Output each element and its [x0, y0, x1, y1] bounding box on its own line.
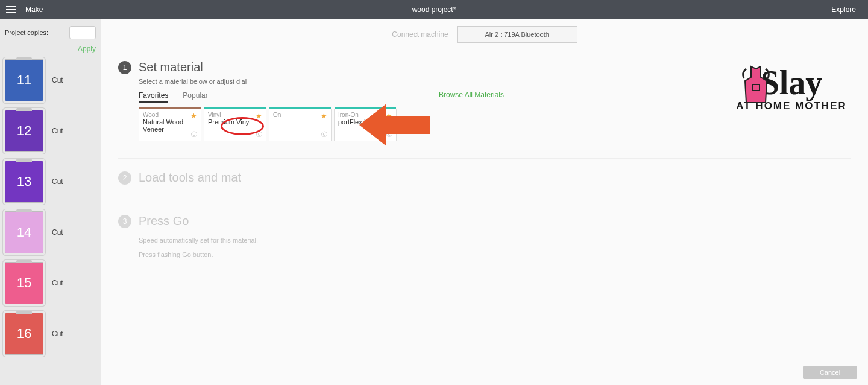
info-icon[interactable]: ⓒ	[321, 130, 327, 139]
material-category: Iron-On	[338, 112, 392, 118]
step-number-badge: 2	[118, 171, 131, 185]
info-icon[interactable]: ⓒ	[191, 130, 197, 139]
mat-thumbnail[interactable]: 13	[5, 161, 43, 203]
step-number-badge: 1	[118, 61, 131, 74]
connect-machine-label: Connect machine	[392, 30, 448, 39]
material-category: Wood	[143, 112, 197, 118]
material-name: portFlex Iron-On	[338, 118, 392, 126]
mat-action-label: Cut	[52, 127, 63, 135]
material-category: On	[273, 112, 327, 118]
step3-line1: Speed automatically set for this materia…	[139, 233, 851, 247]
mat-action-label: Cut	[52, 228, 63, 237]
project-copies-input[interactable]	[69, 26, 96, 39]
mat-thumbnail[interactable]: 11	[5, 59, 43, 101]
info-icon[interactable]: ⓒ	[256, 130, 262, 139]
mat-thumbnail[interactable]: 16	[5, 313, 43, 355]
mat-row[interactable]: 14 Cut	[5, 211, 96, 253]
machine-row: Connect machine Air 2 : 719A Bluetooth	[101, 19, 868, 49]
step-subtitle: Select a material below or adjust dial	[139, 78, 851, 85]
step-3: 3 Press Go Speed automatically set for t…	[118, 214, 851, 262]
material-name: Premium Vinyl	[208, 118, 262, 126]
info-icon[interactable]: ⓒ	[386, 130, 392, 139]
mat-row[interactable]: 12 Cut	[5, 110, 96, 152]
step-2: 2 Load tools and mat	[118, 171, 851, 185]
main: Connect machine Air 2 : 719A Bluetooth 1…	[101, 19, 868, 385]
mat-row[interactable]: 11 Cut	[5, 59, 96, 101]
tab-popular[interactable]: Popular	[183, 91, 207, 103]
material-category: Vinyl	[208, 112, 262, 118]
material-card[interactable]: Wood Natural Wood Veneer ★ ⓒ	[139, 109, 201, 141]
topbar: Make wood project* Explore	[0, 0, 868, 19]
mat-action-label: Cut	[52, 177, 63, 186]
step-1: 1 Set material Select a material below o…	[118, 60, 851, 141]
star-icon[interactable]: ★	[190, 112, 197, 120]
material-card[interactable]: Iron-On portFlex Iron-On ★ ⓒ	[334, 109, 397, 141]
hamburger-icon[interactable]	[6, 4, 18, 16]
step-title: Load tools and mat	[139, 171, 241, 185]
step-number-badge: 3	[118, 215, 131, 228]
make-label: Make	[25, 5, 43, 14]
step-title: Press Go	[139, 214, 189, 228]
star-icon[interactable]: ★	[386, 112, 392, 120]
mat-action-label: Cut	[52, 76, 63, 84]
mat-row[interactable]: 13 Cut	[5, 161, 96, 203]
machine-selected-value: Air 2 : 719A Bluetooth	[485, 31, 549, 38]
browse-all-materials-link[interactable]: Browse All Materials	[439, 91, 504, 99]
project-copies-label: Project copies:	[5, 29, 48, 36]
apply-button[interactable]: Apply	[5, 45, 96, 53]
tab-favorites[interactable]: Favorites	[139, 91, 168, 103]
machine-select[interactable]: Air 2 : 719A Bluetooth	[457, 26, 577, 43]
step-title: Set material	[139, 60, 203, 74]
cancel-button[interactable]: Cancel	[803, 366, 857, 379]
mat-thumbnail[interactable]: 15	[5, 262, 43, 304]
mat-action-label: Cut	[52, 329, 63, 338]
sidebar: Project copies: Apply 11 Cut 12 Cut 13 C…	[0, 19, 101, 385]
explore-link[interactable]: Explore	[831, 5, 856, 14]
mat-action-label: Cut	[52, 279, 63, 287]
mat-thumbnail[interactable]: 12	[5, 110, 43, 152]
material-card[interactable]: Vinyl Premium Vinyl ★ ⓒ	[204, 109, 266, 141]
mat-thumbnail[interactable]: 14	[5, 211, 43, 253]
project-title: wood project*	[412, 5, 456, 14]
material-card[interactable]: On ★ ⓒ	[269, 109, 332, 141]
step3-line2: Press flashing Go button.	[139, 247, 851, 262]
material-name: Natural Wood Veneer	[143, 118, 197, 133]
star-icon[interactable]: ★	[321, 112, 327, 120]
mat-row[interactable]: 15 Cut	[5, 262, 96, 304]
star-icon[interactable]: ★	[256, 112, 262, 120]
materials-row: Wood Natural Wood Veneer ★ ⓒ Vinyl Premi…	[139, 109, 504, 141]
mat-row[interactable]: 16 Cut	[5, 313, 96, 355]
